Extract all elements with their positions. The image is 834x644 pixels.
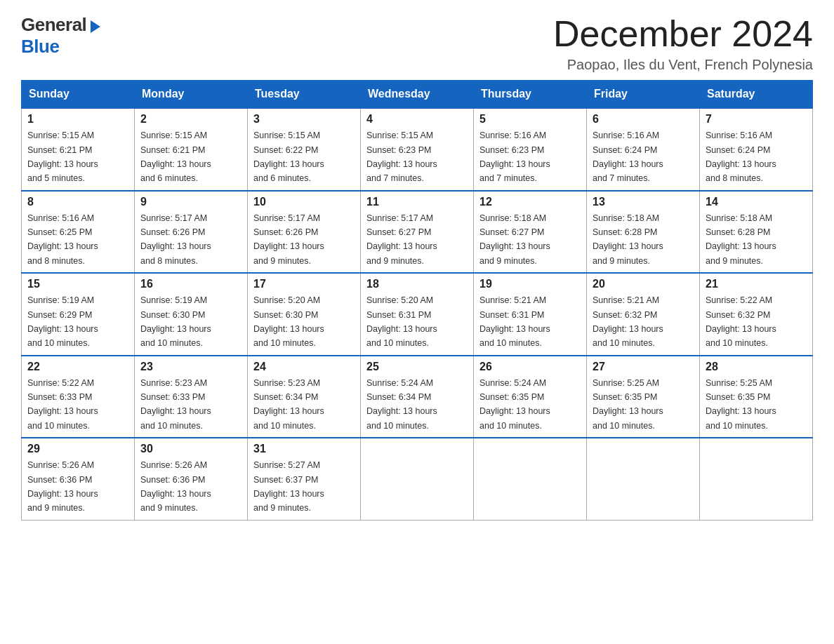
day-info: Sunrise: 5:22 AM Sunset: 6:33 PM Dayligh… [27, 378, 98, 431]
day-number: 30 [140, 443, 241, 455]
calendar-cell: 23Sunrise: 5:23 AM Sunset: 6:33 PM Dayli… [135, 356, 248, 438]
day-info: Sunrise: 5:25 AM Sunset: 6:35 PM Dayligh… [593, 378, 663, 431]
day-info: Sunrise: 5:23 AM Sunset: 6:33 PM Dayligh… [140, 378, 211, 431]
calendar-week-row: 22Sunrise: 5:22 AM Sunset: 6:33 PM Dayli… [22, 356, 813, 438]
day-info: Sunrise: 5:20 AM Sunset: 6:30 PM Dayligh… [253, 295, 324, 348]
calendar-cell: 1Sunrise: 5:15 AM Sunset: 6:21 PM Daylig… [22, 108, 135, 191]
day-number: 4 [366, 113, 468, 126]
day-info: Sunrise: 5:27 AM Sunset: 6:37 PM Dayligh… [253, 460, 324, 513]
calendar-cell: 9Sunrise: 5:17 AM Sunset: 6:26 PM Daylig… [135, 191, 248, 274]
day-info: Sunrise: 5:15 AM Sunset: 6:22 PM Dayligh… [253, 130, 324, 183]
calendar-cell [587, 438, 700, 520]
day-info: Sunrise: 5:22 AM Sunset: 6:32 PM Dayligh… [706, 295, 776, 348]
day-info: Sunrise: 5:19 AM Sunset: 6:29 PM Dayligh… [27, 295, 98, 348]
day-info: Sunrise: 5:17 AM Sunset: 6:27 PM Dayligh… [366, 213, 437, 266]
calendar-header-row: SundayMondayTuesdayWednesdayThursdayFrid… [22, 81, 813, 109]
weekday-header-wednesday: Wednesday [361, 81, 474, 109]
day-number: 10 [253, 196, 355, 208]
logo: General Blue [21, 14, 100, 58]
day-info: Sunrise: 5:15 AM Sunset: 6:23 PM Dayligh… [366, 130, 437, 183]
calendar-cell: 10Sunrise: 5:17 AM Sunset: 6:26 PM Dayli… [248, 191, 361, 274]
day-number: 9 [140, 196, 241, 208]
day-info: Sunrise: 5:16 AM Sunset: 6:25 PM Dayligh… [27, 213, 98, 266]
weekday-header-tuesday: Tuesday [248, 81, 361, 109]
day-info: Sunrise: 5:23 AM Sunset: 6:34 PM Dayligh… [253, 378, 324, 431]
calendar-cell: 7Sunrise: 5:16 AM Sunset: 6:24 PM Daylig… [700, 108, 813, 191]
day-number: 2 [140, 113, 241, 126]
day-number: 12 [479, 196, 581, 208]
calendar-table: SundayMondayTuesdayWednesdayThursdayFrid… [21, 80, 813, 521]
calendar-cell: 29Sunrise: 5:26 AM Sunset: 6:36 PM Dayli… [22, 438, 135, 520]
calendar-cell: 16Sunrise: 5:19 AM Sunset: 6:30 PM Dayli… [135, 273, 248, 356]
day-number: 14 [706, 196, 807, 208]
calendar-week-row: 29Sunrise: 5:26 AM Sunset: 6:36 PM Dayli… [22, 438, 813, 520]
title-section: December 2024 Paopao, Iles du Vent, Fren… [553, 14, 813, 73]
day-number: 3 [253, 113, 355, 126]
weekday-header-saturday: Saturday [700, 81, 813, 109]
day-number: 21 [706, 278, 807, 290]
calendar-cell [700, 438, 813, 520]
day-number: 22 [27, 361, 128, 373]
logo-blue-text: Blue [21, 36, 59, 58]
day-info: Sunrise: 5:15 AM Sunset: 6:21 PM Dayligh… [27, 130, 98, 183]
calendar-cell: 15Sunrise: 5:19 AM Sunset: 6:29 PM Dayli… [22, 273, 135, 356]
day-info: Sunrise: 5:18 AM Sunset: 6:28 PM Dayligh… [593, 213, 663, 266]
weekday-header-monday: Monday [135, 81, 248, 109]
calendar-cell [361, 438, 474, 520]
calendar-cell: 26Sunrise: 5:24 AM Sunset: 6:35 PM Dayli… [474, 356, 587, 438]
day-number: 7 [706, 113, 807, 126]
day-info: Sunrise: 5:21 AM Sunset: 6:31 PM Dayligh… [479, 295, 550, 348]
day-number: 1 [27, 113, 128, 126]
day-number: 17 [253, 278, 355, 290]
day-number: 19 [479, 278, 581, 290]
day-number: 11 [366, 196, 468, 208]
calendar-cell: 27Sunrise: 5:25 AM Sunset: 6:35 PM Dayli… [587, 356, 700, 438]
calendar-cell: 8Sunrise: 5:16 AM Sunset: 6:25 PM Daylig… [22, 191, 135, 274]
day-info: Sunrise: 5:16 AM Sunset: 6:23 PM Dayligh… [479, 130, 550, 183]
day-info: Sunrise: 5:21 AM Sunset: 6:32 PM Dayligh… [593, 295, 663, 348]
calendar-week-row: 1Sunrise: 5:15 AM Sunset: 6:21 PM Daylig… [22, 108, 813, 191]
day-info: Sunrise: 5:26 AM Sunset: 6:36 PM Dayligh… [140, 460, 211, 513]
day-info: Sunrise: 5:25 AM Sunset: 6:35 PM Dayligh… [706, 378, 776, 431]
calendar-cell: 28Sunrise: 5:25 AM Sunset: 6:35 PM Dayli… [700, 356, 813, 438]
day-info: Sunrise: 5:18 AM Sunset: 6:28 PM Dayligh… [706, 213, 776, 266]
day-number: 24 [253, 361, 355, 373]
calendar-cell: 17Sunrise: 5:20 AM Sunset: 6:30 PM Dayli… [248, 273, 361, 356]
day-number: 18 [366, 278, 468, 290]
calendar-cell: 14Sunrise: 5:18 AM Sunset: 6:28 PM Dayli… [700, 191, 813, 274]
day-info: Sunrise: 5:17 AM Sunset: 6:26 PM Dayligh… [253, 213, 324, 266]
calendar-cell: 20Sunrise: 5:21 AM Sunset: 6:32 PM Dayli… [587, 273, 700, 356]
calendar-week-row: 15Sunrise: 5:19 AM Sunset: 6:29 PM Dayli… [22, 273, 813, 356]
day-number: 16 [140, 278, 241, 290]
calendar-cell: 24Sunrise: 5:23 AM Sunset: 6:34 PM Dayli… [248, 356, 361, 438]
calendar-cell: 6Sunrise: 5:16 AM Sunset: 6:24 PM Daylig… [587, 108, 700, 191]
day-number: 27 [593, 361, 694, 373]
day-number: 8 [27, 196, 128, 208]
day-info: Sunrise: 5:26 AM Sunset: 6:36 PM Dayligh… [27, 460, 98, 513]
logo-general-text: General [21, 14, 86, 36]
day-number: 6 [593, 113, 694, 126]
weekday-header-thursday: Thursday [474, 81, 587, 109]
weekday-header-friday: Friday [587, 81, 700, 109]
calendar-cell: 12Sunrise: 5:18 AM Sunset: 6:27 PM Dayli… [474, 191, 587, 274]
calendar-cell: 11Sunrise: 5:17 AM Sunset: 6:27 PM Dayli… [361, 191, 474, 274]
day-info: Sunrise: 5:24 AM Sunset: 6:34 PM Dayligh… [366, 378, 437, 431]
day-number: 26 [479, 361, 581, 373]
location-title: Paopao, Iles du Vent, French Polynesia [553, 57, 813, 73]
logo-arrow-icon [91, 20, 100, 33]
day-number: 13 [593, 196, 694, 208]
day-info: Sunrise: 5:20 AM Sunset: 6:31 PM Dayligh… [366, 295, 437, 348]
calendar-cell: 3Sunrise: 5:15 AM Sunset: 6:22 PM Daylig… [248, 108, 361, 191]
calendar-cell [474, 438, 587, 520]
page-header: General Blue December 2024 Paopao, Iles … [21, 14, 813, 73]
weekday-header-sunday: Sunday [22, 81, 135, 109]
day-number: 23 [140, 361, 241, 373]
day-info: Sunrise: 5:16 AM Sunset: 6:24 PM Dayligh… [706, 130, 776, 183]
calendar-cell: 2Sunrise: 5:15 AM Sunset: 6:21 PM Daylig… [135, 108, 248, 191]
day-info: Sunrise: 5:18 AM Sunset: 6:27 PM Dayligh… [479, 213, 550, 266]
calendar-cell: 22Sunrise: 5:22 AM Sunset: 6:33 PM Dayli… [22, 356, 135, 438]
calendar-week-row: 8Sunrise: 5:16 AM Sunset: 6:25 PM Daylig… [22, 191, 813, 274]
calendar-cell: 30Sunrise: 5:26 AM Sunset: 6:36 PM Dayli… [135, 438, 248, 520]
calendar-cell: 21Sunrise: 5:22 AM Sunset: 6:32 PM Dayli… [700, 273, 813, 356]
day-info: Sunrise: 5:17 AM Sunset: 6:26 PM Dayligh… [140, 213, 211, 266]
